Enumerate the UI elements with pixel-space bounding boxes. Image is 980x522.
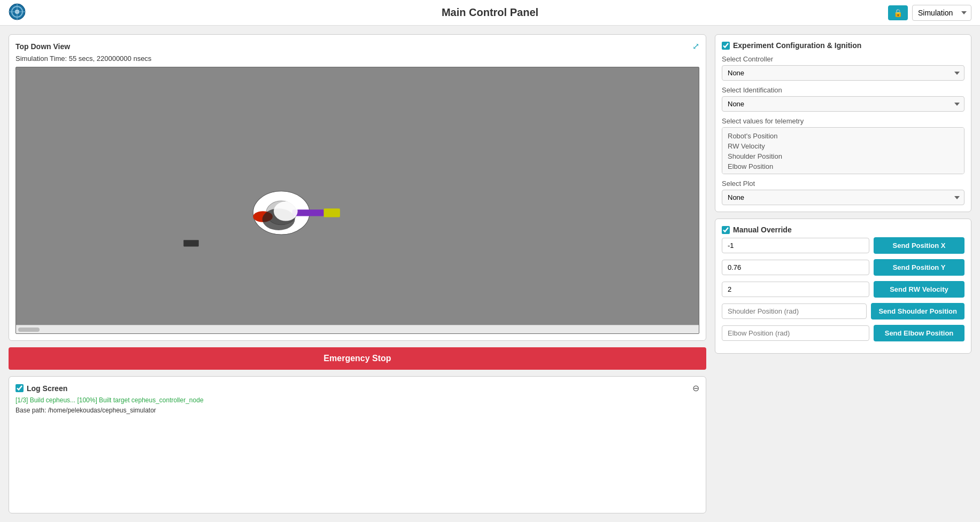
elbow-position-input[interactable]: [722, 325, 869, 341]
viewport-scrollbar[interactable]: [16, 325, 699, 333]
experiment-config-header: Experiment Configuration & Ignition: [722, 41, 964, 50]
left-panel: Top Down View ⤢ Simulation Time: 55 secs…: [9, 34, 706, 513]
experiment-config-card: Experiment Configuration & Ignition Sele…: [715, 34, 971, 212]
emergency-stop-button[interactable]: Emergency Stop: [9, 347, 706, 370]
position-x-input[interactable]: [722, 238, 869, 253]
simulation-viewport: [16, 67, 699, 334]
top-down-view-header: Top Down View ⤢: [16, 41, 699, 51]
controller-select[interactable]: None: [722, 65, 964, 81]
manual-override-checkbox-label[interactable]: Manual Override: [722, 225, 792, 234]
log-screen-checkbox[interactable]: [16, 384, 24, 392]
lock-button[interactable]: 🔒: [888, 5, 908, 20]
log-line-1: [1/3] Build cepheus... [100%] Built targ…: [16, 395, 699, 406]
manual-override-checkbox[interactable]: [722, 226, 730, 234]
rw-velocity-input[interactable]: [722, 282, 869, 297]
manual-override-card: Manual Override Send Position X Send Pos…: [715, 219, 971, 354]
telemetry-item-elbow-position[interactable]: Elbow Position: [728, 161, 959, 172]
log-clear-icon[interactable]: ⊖: [692, 383, 699, 393]
elbow-position-row: Send Elbow Position: [722, 325, 964, 341]
header-controls: 🔒 Simulation Real Robot: [888, 5, 971, 21]
log-screen-checkbox-label[interactable]: Log Screen: [16, 384, 67, 393]
simulation-canvas: [16, 67, 699, 333]
svg-rect-6: [183, 240, 198, 246]
log-screen-header: Log Screen ⊖: [16, 383, 699, 393]
send-position-y-button[interactable]: Send Position Y: [874, 259, 964, 276]
top-down-view-title: Top Down View: [16, 42, 70, 51]
send-shoulder-position-button[interactable]: Send Shoulder Position: [871, 303, 964, 320]
header: Main Control Panel 🔒 Simulation Real Rob…: [0, 0, 980, 26]
log-line-2: Base path: /home/pelekoudas/cepheus_simu…: [16, 406, 699, 416]
controller-label: Select Controller: [722, 55, 964, 63]
telemetry-label: Select values for telemetry: [722, 117, 964, 125]
log-screen-card: Log Screen ⊖ [1/3] Build cepheus... [100…: [9, 376, 706, 513]
page-title: Main Control Panel: [442, 6, 538, 19]
right-panel: Experiment Configuration & Ignition Sele…: [715, 34, 971, 513]
telemetry-item-rw-velocity[interactable]: RW Velocity: [728, 141, 959, 151]
plot-select[interactable]: None: [722, 190, 964, 205]
position-y-row: Send Position Y: [722, 259, 964, 276]
experiment-config-checkbox[interactable]: [722, 42, 730, 50]
log-content: [1/3] Build cepheus... [100%] Built targ…: [16, 395, 699, 416]
identification-label: Select Identification: [722, 86, 964, 94]
experiment-config-title: Experiment Configuration & Ignition: [733, 41, 861, 50]
scroll-thumb[interactable]: [18, 328, 40, 332]
position-x-row: Send Position X: [722, 237, 964, 254]
position-y-input[interactable]: [722, 260, 869, 275]
send-position-x-button[interactable]: Send Position X: [874, 237, 964, 254]
shoulder-position-row: Send Shoulder Position: [722, 303, 964, 320]
main-layout: Top Down View ⤢ Simulation Time: 55 secs…: [0, 26, 980, 522]
shoulder-position-input[interactable]: [722, 303, 867, 319]
plot-label: Select Plot: [722, 180, 964, 188]
mode-select[interactable]: Simulation Real Robot: [912, 5, 971, 21]
send-rw-velocity-button[interactable]: Send RW Velocity: [874, 281, 964, 298]
manual-override-title: Manual Override: [733, 225, 792, 234]
svg-rect-10: [323, 208, 339, 217]
experiment-config-checkbox-label[interactable]: Experiment Configuration & Ignition: [722, 41, 861, 50]
log-screen-title: Log Screen: [27, 384, 67, 393]
logo: [9, 3, 26, 22]
simulation-time: Simulation Time: 55 secs, 220000000 nsec…: [16, 54, 699, 63]
rw-velocity-row: Send RW Velocity: [722, 281, 964, 298]
telemetry-listbox[interactable]: Robot's Position RW Velocity Shoulder Po…: [722, 127, 964, 174]
top-down-view-card: Top Down View ⤢ Simulation Time: 55 secs…: [9, 34, 706, 341]
telemetry-item-robots-position[interactable]: Robot's Position: [728, 131, 959, 141]
send-elbow-position-button[interactable]: Send Elbow Position: [874, 325, 964, 341]
expand-icon[interactable]: ⤢: [692, 41, 699, 51]
identification-select[interactable]: None: [722, 96, 964, 112]
svg-rect-5: [113, 67, 602, 333]
manual-override-header: Manual Override: [722, 225, 964, 234]
svg-point-13: [274, 201, 298, 221]
telemetry-item-shoulder-position[interactable]: Shoulder Position: [728, 151, 959, 161]
